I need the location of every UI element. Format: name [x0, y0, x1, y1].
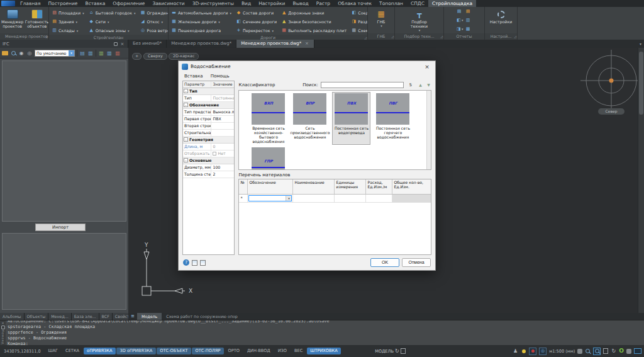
toggle-snap-step[interactable]: ШАГ: [45, 348, 62, 355]
ribbon-tab-postroenie[interactable]: Построение: [44, 0, 81, 7]
wind-rose-button[interactable]: Роза ветров: [139, 26, 169, 35]
ribbon-tab-topoplan[interactable]: Топоплан: [375, 0, 407, 7]
user-icon[interactable]: [513, 348, 518, 354]
expand-tree-icon[interactable]: [79, 50, 86, 56]
param-row-wall-thickness[interactable]: Толщина стенки, мм2: [183, 171, 234, 178]
tablet-icon[interactable]: [401, 348, 406, 354]
dialog-launcher-icon[interactable]: [391, 33, 394, 40]
param-group-type[interactable]: Тип: [183, 88, 234, 95]
ifc-detail-area[interactable]: [2, 233, 126, 310]
view-control-button[interactable]: Сверху: [143, 53, 167, 60]
tab-model[interactable]: Модель: [137, 313, 162, 320]
zoom-window-icon[interactable]: [593, 348, 601, 355]
param-row-site[interactable]: Строительная площадка: [183, 130, 234, 137]
classifier-card-pvg[interactable]: ПВГ Постоянная сеть горячего водоснабжен…: [374, 93, 411, 144]
monitor-icon[interactable]: [634, 348, 641, 354]
toggle-osnap[interactable]: оПРИВЯЗКА: [84, 348, 116, 355]
camp-button[interactable]: Бытовой городок: [87, 9, 137, 17]
param-group-main[interactable]: Основные: [183, 157, 234, 164]
toggle-otrack-object[interactable]: ОТС-ОБЪЕКТ: [157, 348, 191, 355]
materials-new-row[interactable]: *: [239, 195, 431, 203]
project-manager-button[interactable]: Менеджер проектов: [1, 8, 23, 29]
param-row-show-dims[interactable]: Отображать размерыНет: [183, 150, 234, 157]
fences-button[interactable]: Ограждения: [139, 9, 169, 17]
layout-menu-icon[interactable]: [128, 313, 137, 320]
toggle-otrack-polar[interactable]: ОТС-ПОЛЯР: [192, 348, 224, 355]
open-folder-icon[interactable]: [2, 50, 8, 56]
join-roads-button[interactable]: Соединить дороги: [350, 9, 368, 17]
orbit-icon[interactable]: [611, 348, 616, 354]
panel-tab-manager[interactable]: Менед...: [48, 313, 72, 320]
ribbon-tab-stroyploshchadka[interactable]: Стройплощадка: [428, 0, 476, 7]
collapse-icon[interactable]: [184, 89, 188, 93]
close-icon[interactable]: [119, 42, 125, 47]
cancel-button[interactable]: Отмена: [402, 258, 431, 267]
save-defaults-icon[interactable]: [192, 260, 197, 266]
object-readiness-button[interactable]: Готовность объектов: [25, 8, 48, 29]
cell-units[interactable]: [335, 195, 366, 202]
zoom-icon[interactable]: [585, 348, 591, 354]
param-row-length[interactable]: Длина, м0: [183, 144, 234, 150]
layers-icon[interactable]: [626, 349, 631, 354]
pin-icon[interactable]: [1, 326, 5, 329]
scale-label[interactable]: м1:500 (мм): [549, 349, 575, 354]
panel-tab-element-base[interactable]: База эле...: [72, 313, 99, 320]
ribbon-tab-oformlenie[interactable]: Оформление: [109, 0, 148, 7]
panel-tab-objects[interactable]: Объекты: [25, 313, 49, 320]
collapse-icon[interactable]: [184, 158, 188, 162]
north-label[interactable]: Север: [598, 108, 625, 115]
ribbon-tab-vid[interactable]: Вид: [238, 0, 255, 7]
report-grid-button[interactable]: [465, 26, 472, 33]
ribbon-tab-nastroiki[interactable]: Настройки: [255, 0, 289, 7]
prev-result-icon[interactable]: [418, 82, 423, 87]
toggle-3d-osnap[interactable]: 3D оПРИВЯЗКА: [116, 348, 156, 355]
ok-button[interactable]: OK: [370, 258, 399, 267]
navigation-compass[interactable]: [580, 49, 643, 112]
param-row-type[interactable]: ТипПостоянная...: [183, 95, 234, 102]
preview-icon[interactable]: [603, 348, 608, 354]
warehouses-button[interactable]: Склады: [50, 26, 86, 35]
dialog-launcher-icon[interactable]: [514, 33, 516, 40]
classifier-card-gpr[interactable]: ГПР: [250, 147, 287, 170]
param-row-representation[interactable]: Тип представленияВыноска ли...: [183, 109, 234, 116]
menu-insert[interactable]: Вставка: [181, 74, 206, 79]
ribbon-tab-glavnaya[interactable]: Главная: [16, 0, 44, 7]
buildings-button[interactable]: Здания: [50, 18, 86, 26]
doc-tab-2[interactable]: Менеджер проектов.dwg*: [167, 40, 236, 48]
crossroad-button[interactable]: Перекресток: [235, 26, 278, 35]
collapse-icon[interactable]: [184, 103, 188, 107]
pan-icon[interactable]: [577, 349, 582, 354]
cell-consumption[interactable]: [366, 195, 392, 202]
road-structure-button[interactable]: Состав дороги: [235, 9, 278, 17]
gnb-button[interactable]: ГНБ: [370, 8, 393, 28]
viewport-menu-button[interactable]: +: [132, 53, 142, 60]
areas-button[interactable]: Площадки: [50, 9, 86, 17]
space-switch-icon[interactable]: [394, 348, 400, 354]
toggle-hatch[interactable]: ШТРИХОВКА: [307, 348, 341, 355]
cards-scrollbar[interactable]: [426, 91, 431, 169]
tech-selection-button[interactable]: Подбор техники: [403, 8, 436, 32]
app-logo-icon[interactable]: [1, 1, 15, 6]
close-icon[interactable]: [422, 64, 432, 70]
danger-zones-button[interactable]: Опасные зоны: [87, 26, 137, 35]
ribbon-tab-3d[interactable]: 3D-инструменты: [189, 0, 238, 7]
report-import-button[interactable]: [457, 26, 464, 33]
slope-button[interactable]: Откос: [139, 18, 169, 26]
toggle-iso[interactable]: ИЗО: [274, 348, 290, 355]
show-all-icon[interactable]: [18, 50, 25, 56]
toggle-lineweight[interactable]: ВЕС: [291, 348, 306, 355]
pedestrian-road-button[interactable]: Пешеходная дорога: [170, 26, 233, 35]
ribbon-tab-vstavka[interactable]: Вставка: [81, 0, 109, 7]
vertical-scrollbar[interactable]: [638, 48, 644, 313]
safety-signs-button[interactable]: Знаки безопасности: [280, 18, 348, 26]
locator-icon[interactable]: [539, 348, 547, 355]
ifc-settings-icon[interactable]: [114, 50, 121, 56]
classifier-card-vhp[interactable]: ВХП Временная сеть хозяйственно-бытового…: [250, 93, 287, 144]
settings-button[interactable]: Настройки: [489, 8, 513, 25]
ribbon-tab-zavisimosti[interactable]: Зависимости: [148, 0, 188, 7]
road-section-button[interactable]: Сечение дороги: [235, 18, 278, 26]
close-icon[interactable]: [1, 321, 4, 325]
hide-all-icon[interactable]: [26, 50, 33, 56]
split-road-button[interactable]: Разделить дорогу: [350, 18, 368, 26]
slab-layout-button[interactable]: Выполнить раскладку плит: [280, 26, 348, 35]
